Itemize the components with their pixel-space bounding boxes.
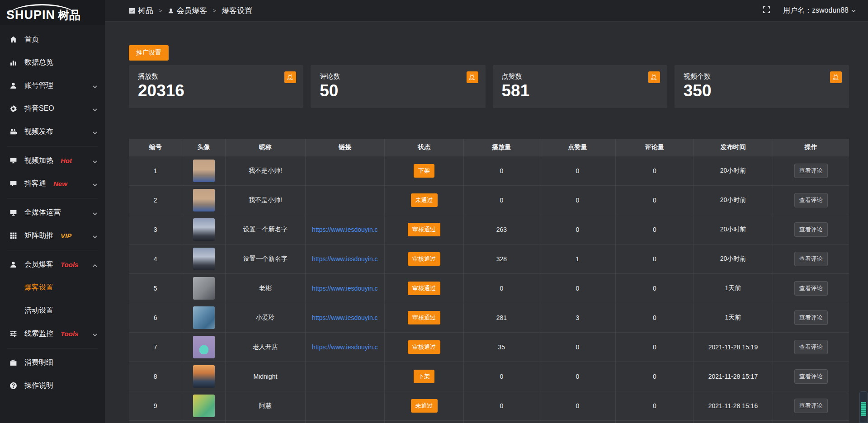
scrollbar-thumb[interactable] <box>861 402 866 416</box>
avatar <box>193 218 215 241</box>
sidebar-item-douyin-seo[interactable]: 抖音SEO <box>0 97 105 120</box>
fullscreen-icon[interactable] <box>763 6 770 15</box>
row-comments: 0 <box>616 215 693 244</box>
sidebar-item-account-management[interactable]: 账号管理 <box>0 74 105 97</box>
chevron-down-icon <box>851 8 856 14</box>
row-comments: 0 <box>616 185 693 215</box>
sidebar-item-video-publish[interactable]: 视频发布 <box>0 120 105 143</box>
row-id <box>129 420 182 423</box>
sidebar-item-all-media[interactable]: 全媒体运营 <box>0 201 105 224</box>
status-badge: 未通过 <box>411 399 438 413</box>
row-plays: 0 <box>464 362 539 391</box>
view-comments-button[interactable]: 查看评论 <box>794 281 828 296</box>
avatar <box>193 189 215 212</box>
row-nickname: Midnight <box>225 362 305 391</box>
row-likes: 0 <box>539 332 616 362</box>
submenu-item-baoke-settings[interactable]: 爆客设置 <box>0 276 105 299</box>
row-link[interactable]: https://www.iesdouyin.c <box>306 343 384 351</box>
sidebar-divider <box>7 146 98 146</box>
sidebar-item-label: 账号管理 <box>24 81 53 90</box>
row-likes: 1 <box>539 244 616 273</box>
row-likes: 0 <box>539 391 616 420</box>
sidebar-item-doketong[interactable]: 抖客通 New <box>0 172 105 195</box>
sidebar-item-matrix-boost[interactable]: 矩阵助推 VIP <box>0 224 105 247</box>
avatar <box>193 395 215 417</box>
breadcrumb-item-root[interactable]: 树品 <box>138 5 153 16</box>
videos-table: 编号头像昵称链接状态播放量点赞量评论量发布时间操作 1 我不是小帅! 下架 0 … <box>129 139 849 423</box>
scrollbar[interactable] <box>859 391 868 423</box>
user-icon <box>168 8 174 14</box>
row-time: 20小时前 <box>693 156 773 185</box>
table-row: 2 我不是小帅! 未通过 0 0 0 20小时前 查看评论 <box>129 185 849 215</box>
view-comments-button[interactable]: 查看评论 <box>794 310 828 325</box>
app-square-icon <box>129 8 135 14</box>
vip-badge: VIP <box>61 232 71 240</box>
row-plays: 0 <box>464 273 539 303</box>
row-plays: 0 <box>464 156 539 185</box>
row-nickname: 我不是小帅! <box>225 156 305 185</box>
stat-cards: 播放数 20316 总 评论数 50 总 点赞数 581 总 视频个数 350 <box>129 65 849 108</box>
sidebar-item-data-overview[interactable]: 数据总览 <box>0 51 105 74</box>
view-comments-button[interactable]: 查看评论 <box>794 193 828 207</box>
row-nickname: 老人开店 <box>225 332 305 362</box>
row-plays: 0 <box>464 391 539 420</box>
table-row: 4 设置一个新名字 https://www.iesdouyin.c 审核通过 3… <box>129 244 849 273</box>
row-link[interactable]: https://www.iesdouyin.c <box>306 226 384 233</box>
app-root: SHUPIN树品 首页 数据总览 账号管理 <box>0 0 868 423</box>
home-icon <box>9 36 17 44</box>
username-menu[interactable]: 用户名：zswodun88 <box>783 6 856 15</box>
avatar <box>193 365 215 388</box>
view-comments-button[interactable]: 查看评论 <box>794 222 828 237</box>
row-link[interactable]: https://www.iesdouyin.c <box>306 255 384 263</box>
row-plays <box>464 420 539 423</box>
row-nickname <box>225 420 305 423</box>
breadcrumb-item-section[interactable]: 会员爆客 <box>177 5 208 16</box>
table-header-cell: 链接 <box>305 139 384 156</box>
chevron-up-icon <box>92 262 98 268</box>
row-link[interactable]: https://www.iesdouyin.c <box>306 314 384 321</box>
stat-value: 350 <box>684 82 840 100</box>
sidebar-item-video-heat[interactable]: 视频加热 Hot <box>0 149 105 172</box>
video-camera-icon <box>9 128 17 136</box>
main-column: 树品 > 会员爆客 > 爆客设置 用户名：zswodun88 推广设置 <box>105 0 868 423</box>
view-comments-button[interactable]: 查看评论 <box>794 369 828 384</box>
status-badge: 下架 <box>414 370 434 383</box>
sidebar-item-consumption-details[interactable]: 消费明细 <box>0 351 105 374</box>
page-content: 推广设置 播放数 20316 总 评论数 50 总 点赞数 581 总 <box>105 22 868 423</box>
sidebar-item-label: 数据总览 <box>24 58 53 67</box>
view-comments-button[interactable]: 查看评论 <box>794 164 828 178</box>
tools-badge: Tools <box>61 330 78 338</box>
stat-label: 点赞数 <box>502 72 658 81</box>
row-comments: 0 <box>616 362 693 391</box>
sidebar-item-clue-monitor[interactable]: 线索监控 Tools <box>0 322 105 345</box>
stat-label: 视频个数 <box>684 72 840 81</box>
sidebar-divider <box>7 198 98 198</box>
table-header-cell: 播放量 <box>464 139 539 156</box>
sidebar-item-member-baoke[interactable]: 会员爆客 Tools <box>0 253 105 276</box>
row-time: 1天前 <box>693 273 773 303</box>
member-icon <box>9 261 17 269</box>
table-row <box>129 420 849 423</box>
table-header-cell: 状态 <box>384 139 463 156</box>
promo-settings-button[interactable]: 推广设置 <box>129 45 169 61</box>
question-icon <box>9 382 17 390</box>
status-badge: 审核通过 <box>408 340 440 354</box>
table-row: 8 Midnight 下架 0 0 0 2021-11-28 15:17 查看评… <box>129 362 849 391</box>
row-comments: 0 <box>616 156 693 185</box>
sidebar: SHUPIN树品 首页 数据总览 账号管理 <box>0 0 105 423</box>
total-badge: 总 <box>830 71 842 83</box>
row-link[interactable]: https://www.iesdouyin.c <box>306 285 384 292</box>
sidebar-item-home[interactable]: 首页 <box>0 28 105 51</box>
row-likes <box>539 420 616 423</box>
chevron-down-icon <box>92 83 98 89</box>
view-comments-button[interactable]: 查看评论 <box>794 399 828 413</box>
sidebar-item-instructions[interactable]: 操作说明 <box>0 374 105 397</box>
view-comments-button[interactable]: 查看评论 <box>794 340 828 354</box>
row-time: 1天前 <box>693 303 773 332</box>
sidebar-item-label: 视频加热 <box>24 156 53 165</box>
submenu-item-activity-settings[interactable]: 活动设置 <box>0 299 105 322</box>
sidebar-item-label: 操作说明 <box>24 381 53 390</box>
total-badge: 总 <box>648 71 660 83</box>
row-time: 2021-11-28 15:17 <box>693 362 773 391</box>
view-comments-button[interactable]: 查看评论 <box>794 252 828 266</box>
